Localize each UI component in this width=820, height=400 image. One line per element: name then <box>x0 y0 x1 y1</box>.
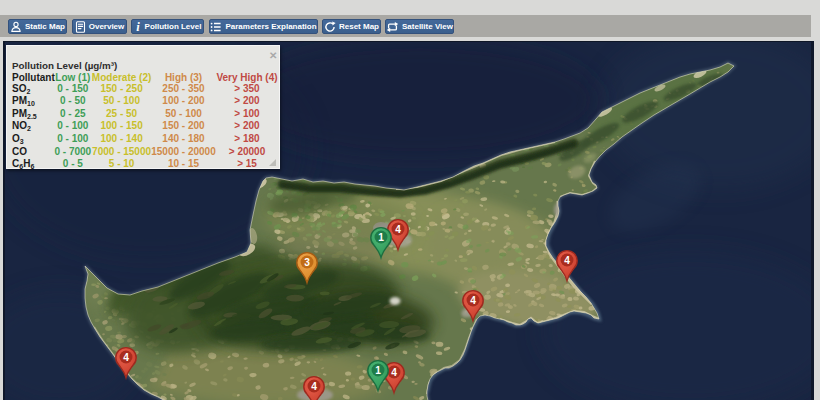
svg-text:4: 4 <box>395 224 401 235</box>
svg-text:i: i <box>136 21 140 33</box>
svg-text:4: 4 <box>311 381 317 392</box>
svg-text:4: 4 <box>564 255 570 266</box>
svg-text:4: 4 <box>123 352 129 363</box>
svg-text:1: 1 <box>375 365 381 376</box>
svg-text:4: 4 <box>391 367 397 378</box>
svg-text:4: 4 <box>470 295 476 306</box>
svg-text:1: 1 <box>378 232 384 243</box>
svg-text:3: 3 <box>304 257 310 268</box>
